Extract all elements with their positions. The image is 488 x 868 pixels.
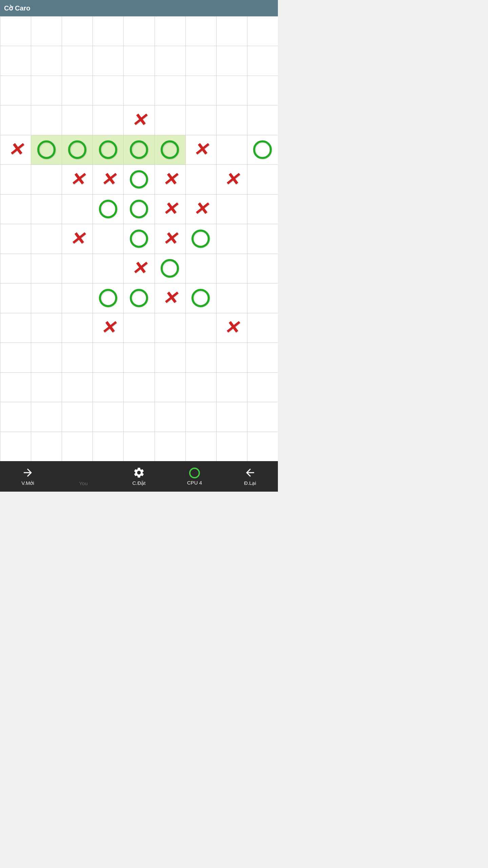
o-piece <box>130 200 148 218</box>
o-piece <box>130 289 148 307</box>
piece-cell[interactable]: ✕ <box>0 135 31 164</box>
x-piece: ✕ <box>224 319 239 336</box>
settings-button[interactable]: C.Đặt <box>115 467 163 486</box>
settings-icon <box>133 467 145 479</box>
you-icon <box>77 467 89 479</box>
piece-cell[interactable] <box>185 224 216 253</box>
piece-cell[interactable] <box>93 194 123 224</box>
piece-cell[interactable] <box>247 135 278 164</box>
piece-cell[interactable] <box>31 135 62 164</box>
piece-cell[interactable] <box>155 135 185 164</box>
x-piece: ✕ <box>162 200 177 218</box>
o-piece <box>253 140 271 159</box>
o-piece <box>37 140 56 159</box>
o-piece <box>99 140 117 159</box>
o-piece <box>130 230 148 248</box>
cpu-icon <box>189 468 200 478</box>
new-game-button[interactable]: V.Mới <box>4 467 52 486</box>
x-piece: ✕ <box>70 230 85 248</box>
piece-cell[interactable]: ✕ <box>155 194 185 224</box>
x-piece: ✕ <box>131 259 146 277</box>
o-piece <box>191 289 210 307</box>
piece-cell[interactable]: ✕ <box>155 224 185 253</box>
piece-cell[interactable] <box>185 283 216 313</box>
x-piece: ✕ <box>101 171 116 188</box>
pieces-layer[interactable]: ✕✕✕✕✕✕✕✕✕✕✕✕✕✕✕ <box>0 16 278 461</box>
piece-cell[interactable]: ✕ <box>123 105 154 135</box>
x-piece: ✕ <box>162 230 177 248</box>
undo-button[interactable]: Đ.Lại <box>226 467 274 486</box>
piece-cell[interactable]: ✕ <box>62 164 93 194</box>
o-piece <box>99 200 117 218</box>
o-piece <box>191 230 210 248</box>
o-piece <box>130 140 148 159</box>
piece-cell[interactable] <box>123 194 154 224</box>
piece-cell[interactable]: ✕ <box>62 224 93 253</box>
x-piece: ✕ <box>70 171 85 188</box>
o-piece <box>161 140 179 159</box>
o-piece <box>130 170 148 189</box>
piece-cell[interactable]: ✕ <box>185 194 216 224</box>
new-game-icon <box>22 467 34 479</box>
piece-cell[interactable] <box>62 135 93 164</box>
header: Cờ Caro <box>0 0 278 16</box>
you-indicator: You <box>60 467 107 486</box>
piece-cell[interactable] <box>123 224 154 253</box>
x-piece: ✕ <box>193 141 208 158</box>
piece-cell[interactable] <box>123 135 154 164</box>
app-title: Cờ Caro <box>4 4 30 12</box>
x-piece: ✕ <box>193 200 208 218</box>
piece-cell[interactable]: ✕ <box>155 283 185 313</box>
x-piece: ✕ <box>8 141 23 158</box>
piece-cell[interactable] <box>123 164 154 194</box>
piece-cell[interactable] <box>93 283 123 313</box>
o-piece <box>161 259 179 277</box>
o-piece <box>99 289 117 307</box>
piece-cell[interactable]: ✕ <box>216 313 247 342</box>
o-piece <box>68 140 86 159</box>
x-piece: ✕ <box>224 171 239 188</box>
x-piece: ✕ <box>162 289 177 307</box>
piece-cell[interactable] <box>123 283 154 313</box>
piece-cell[interactable] <box>155 254 185 283</box>
cpu-indicator: CPU 4 <box>171 468 218 486</box>
piece-cell[interactable]: ✕ <box>155 164 185 194</box>
piece-cell[interactable]: ✕ <box>93 164 123 194</box>
game-board[interactable]: ✕✕✕✕✕✕✕✕✕✕✕✕✕✕✕ <box>0 16 278 461</box>
x-piece: ✕ <box>131 111 146 129</box>
x-piece: ✕ <box>101 319 116 336</box>
footer: V.Mới You C.Đặt CPU 4 Đ.Lại <box>0 461 278 492</box>
piece-cell[interactable] <box>93 135 123 164</box>
undo-icon <box>244 467 256 479</box>
piece-cell[interactable]: ✕ <box>123 254 154 283</box>
x-piece: ✕ <box>162 171 177 188</box>
piece-cell[interactable]: ✕ <box>93 313 123 342</box>
piece-cell[interactable]: ✕ <box>185 135 216 164</box>
piece-cell[interactable]: ✕ <box>216 164 247 194</box>
